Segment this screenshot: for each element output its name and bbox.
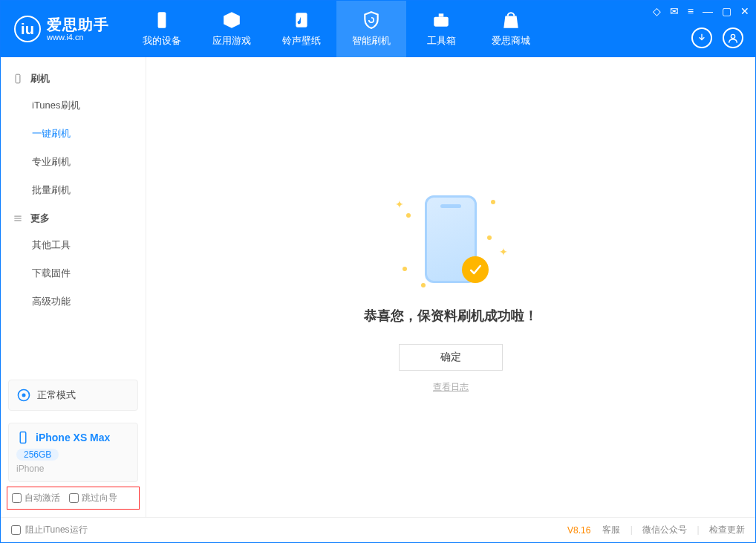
section-title: 更多 [30, 212, 50, 225]
maximize-button[interactable]: ▢ [722, 5, 731, 17]
sidebar-section-more: 更多 [1, 204, 146, 231]
check-badge-icon [462, 256, 489, 283]
feedback-icon[interactable]: ✉ [670, 5, 679, 17]
success-hero: ✦ ✦ 恭喜您，保资料刷机成功啦！ 确定 查看日志 [364, 191, 538, 394]
logo-badge: iu [14, 16, 41, 42]
svg-point-4 [731, 34, 734, 38]
footer-link-check-update[interactable]: 检查更新 [709, 524, 745, 535]
menu-icon[interactable]: ≡ [688, 5, 694, 17]
user-controls [691, 27, 743, 48]
auto-activate-label: 自动激活 [25, 492, 60, 504]
mode-block[interactable]: 正常模式 [8, 380, 138, 411]
device-icon [16, 431, 30, 444]
section-title: 刷机 [30, 72, 50, 85]
device-capacity: 256GB [16, 449, 59, 461]
nav-apps-games[interactable]: 应用游戏 [197, 1, 267, 57]
svg-rect-5 [16, 74, 20, 83]
nav-ringtones-wallpapers[interactable]: 铃声壁纸 [267, 1, 336, 57]
sidebar-item-download-firmware[interactable]: 下载固件 [1, 259, 146, 287]
mode-icon [16, 388, 31, 403]
mode-label: 正常模式 [37, 388, 76, 402]
ok-button[interactable]: 确定 [399, 344, 503, 371]
download-button[interactable] [691, 27, 712, 48]
success-message: 恭喜您，保资料刷机成功啦！ [364, 307, 538, 325]
nav-store[interactable]: 爱思商城 [476, 1, 546, 57]
window-controls: ◇ ✉ ≡ — ▢ ✕ [653, 5, 749, 17]
skin-icon[interactable]: ◇ [653, 5, 661, 17]
flash-options-highlight-box: 自动激活 跳过向导 [7, 487, 140, 510]
svg-rect-2 [434, 17, 449, 27]
status-bar: 阻止iTunes运行 V8.16 客服 | 微信公众号 | 检查更新 [1, 517, 755, 542]
nav-label: 智能刷机 [352, 34, 391, 48]
nav-label: 爱思商城 [492, 34, 530, 48]
user-icon [727, 32, 739, 44]
sidebar: 刷机 iTunes刷机 一键刷机 专业刷机 批量刷机 更多 其他工具 下载固件 … [1, 57, 146, 517]
auto-activate-input[interactable] [12, 493, 22, 503]
toolbox-icon [431, 10, 451, 30]
minimize-button[interactable]: — [703, 5, 713, 17]
nav-label: 铃声壁纸 [282, 34, 321, 48]
shield-refresh-icon [362, 10, 381, 30]
block-itunes-checkbox[interactable]: 阻止iTunes运行 [11, 524, 88, 536]
logo-title-cn: 爱思助手 [47, 17, 109, 32]
skip-guide-input[interactable] [69, 493, 79, 503]
logo: iu 爱思助手 www.i4.cn [1, 16, 127, 42]
svg-rect-1 [296, 13, 307, 27]
titlebar: iu 爱思助手 www.i4.cn 我的设备 应用游戏 铃声壁纸 智能刷机 [1, 1, 755, 57]
phone-illustration: ✦ ✦ [403, 191, 499, 287]
svg-rect-0 [158, 12, 166, 28]
list-icon [13, 213, 23, 224]
nav-smart-flash[interactable]: 智能刷机 [336, 1, 406, 57]
device-small-icon [13, 74, 23, 84]
view-log-link[interactable]: 查看日志 [433, 381, 469, 394]
svg-point-10 [22, 394, 26, 397]
main-content: ✦ ✦ 恭喜您，保资料刷机成功啦！ 确定 查看日志 [146, 57, 755, 517]
version-label: V8.16 [567, 525, 590, 536]
footer-link-support[interactable]: 客服 [602, 524, 620, 535]
sparkle-icon: ✦ [499, 246, 508, 258]
block-itunes-label: 阻止iTunes运行 [25, 524, 88, 536]
device-name-label: iPhone XS Max [36, 432, 110, 443]
sidebar-section-flash: 刷机 [1, 65, 146, 91]
phone-icon [152, 10, 172, 30]
sidebar-item-one-click-flash[interactable]: 一键刷机 [1, 120, 146, 148]
block-itunes-input[interactable] [11, 525, 21, 535]
nav-label: 应用游戏 [212, 34, 251, 48]
nav-label: 工具箱 [427, 34, 456, 48]
device-type: iPhone [16, 464, 130, 474]
sparkle-icon: ✦ [395, 198, 404, 210]
nav-toolbox[interactable]: 工具箱 [406, 1, 476, 57]
close-button[interactable]: ✕ [740, 5, 749, 17]
auto-activate-checkbox[interactable]: 自动激活 [12, 492, 60, 504]
footer-link-wechat[interactable]: 微信公众号 [642, 524, 687, 535]
cube-icon [222, 10, 241, 30]
skip-guide-label: 跳过向导 [82, 492, 117, 504]
shopping-bag-icon [501, 10, 521, 30]
user-account-button[interactable] [723, 27, 743, 48]
svg-rect-11 [20, 432, 26, 443]
sidebar-item-itunes-flash[interactable]: iTunes刷机 [1, 91, 146, 120]
device-block[interactable]: iPhone XS Max 256GB iPhone [8, 423, 138, 482]
music-note-icon [292, 10, 311, 30]
sidebar-item-batch-flash[interactable]: 批量刷机 [1, 176, 146, 204]
skip-guide-checkbox[interactable]: 跳过向导 [69, 492, 117, 504]
sidebar-item-pro-flash[interactable]: 专业刷机 [1, 148, 146, 176]
download-arrow-icon [696, 32, 708, 44]
svg-rect-3 [439, 13, 444, 16]
nav-my-device[interactable]: 我的设备 [127, 1, 197, 57]
sidebar-item-advanced[interactable]: 高级功能 [1, 287, 146, 316]
nav-label: 我的设备 [143, 34, 181, 48]
sidebar-item-other-tools[interactable]: 其他工具 [1, 231, 146, 259]
logo-title-en: www.i4.cn [47, 33, 109, 42]
top-nav: 我的设备 应用游戏 铃声壁纸 智能刷机 工具箱 爱思商城 [127, 1, 546, 57]
